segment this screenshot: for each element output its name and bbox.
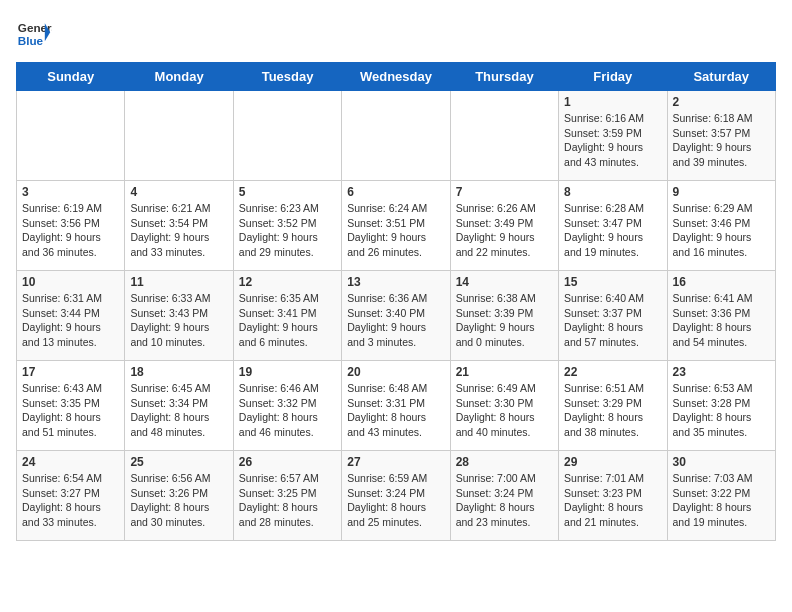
day-info: Sunrise: 6:35 AM: [239, 291, 336, 306]
day-info: Sunrise: 7:00 AM: [456, 471, 553, 486]
day-number: 1: [564, 95, 661, 109]
day-info: Sunrise: 6:31 AM: [22, 291, 119, 306]
day-info: Daylight: 8 hours and 28 minutes.: [239, 500, 336, 529]
day-info: Sunset: 3:28 PM: [673, 396, 770, 411]
day-number: 27: [347, 455, 444, 469]
calendar-cell-5: 5Sunrise: 6:23 AMSunset: 3:52 PMDaylight…: [233, 181, 341, 271]
day-info: Sunrise: 6:41 AM: [673, 291, 770, 306]
day-header-wednesday: Wednesday: [342, 63, 450, 91]
calendar-cell-8: 8Sunrise: 6:28 AMSunset: 3:47 PMDaylight…: [559, 181, 667, 271]
day-header-thursday: Thursday: [450, 63, 558, 91]
calendar-cell-empty: [450, 91, 558, 181]
day-number: 5: [239, 185, 336, 199]
day-info: Sunrise: 6:38 AM: [456, 291, 553, 306]
day-info: Sunset: 3:31 PM: [347, 396, 444, 411]
day-info: Sunset: 3:47 PM: [564, 216, 661, 231]
calendar-cell-28: 28Sunrise: 7:00 AMSunset: 3:24 PMDayligh…: [450, 451, 558, 541]
calendar-cell-empty: [233, 91, 341, 181]
calendar-cell-19: 19Sunrise: 6:46 AMSunset: 3:32 PMDayligh…: [233, 361, 341, 451]
calendar-cell-21: 21Sunrise: 6:49 AMSunset: 3:30 PMDayligh…: [450, 361, 558, 451]
day-number: 6: [347, 185, 444, 199]
day-info: Daylight: 9 hours and 19 minutes.: [564, 230, 661, 259]
day-info: Sunset: 3:52 PM: [239, 216, 336, 231]
day-info: Daylight: 8 hours and 19 minutes.: [673, 500, 770, 529]
day-number: 8: [564, 185, 661, 199]
day-info: Sunset: 3:57 PM: [673, 126, 770, 141]
day-info: Sunrise: 6:40 AM: [564, 291, 661, 306]
calendar-table: SundayMondayTuesdayWednesdayThursdayFrid…: [16, 62, 776, 541]
day-number: 10: [22, 275, 119, 289]
calendar-cell-30: 30Sunrise: 7:03 AMSunset: 3:22 PMDayligh…: [667, 451, 775, 541]
day-number: 20: [347, 365, 444, 379]
day-info: Sunrise: 6:28 AM: [564, 201, 661, 216]
calendar-cell-empty: [342, 91, 450, 181]
day-info: Sunrise: 6:43 AM: [22, 381, 119, 396]
day-info: Sunset: 3:32 PM: [239, 396, 336, 411]
day-info: Daylight: 8 hours and 54 minutes.: [673, 320, 770, 349]
day-info: Daylight: 9 hours and 3 minutes.: [347, 320, 444, 349]
week-row-5: 24Sunrise: 6:54 AMSunset: 3:27 PMDayligh…: [17, 451, 776, 541]
day-info: Sunrise: 6:51 AM: [564, 381, 661, 396]
calendar-cell-18: 18Sunrise: 6:45 AMSunset: 3:34 PMDayligh…: [125, 361, 233, 451]
day-info: Sunrise: 6:59 AM: [347, 471, 444, 486]
week-row-1: 1Sunrise: 6:16 AMSunset: 3:59 PMDaylight…: [17, 91, 776, 181]
calendar-cell-17: 17Sunrise: 6:43 AMSunset: 3:35 PMDayligh…: [17, 361, 125, 451]
day-number: 21: [456, 365, 553, 379]
day-info: Sunset: 3:44 PM: [22, 306, 119, 321]
day-info: Sunrise: 6:56 AM: [130, 471, 227, 486]
day-header-row: SundayMondayTuesdayWednesdayThursdayFrid…: [17, 63, 776, 91]
calendar-cell-15: 15Sunrise: 6:40 AMSunset: 3:37 PMDayligh…: [559, 271, 667, 361]
day-info: Sunrise: 6:24 AM: [347, 201, 444, 216]
day-info: Sunrise: 7:01 AM: [564, 471, 661, 486]
calendar-cell-25: 25Sunrise: 6:56 AMSunset: 3:26 PMDayligh…: [125, 451, 233, 541]
day-info: Sunrise: 6:29 AM: [673, 201, 770, 216]
day-number: 17: [22, 365, 119, 379]
logo-icon: General Blue: [16, 16, 52, 52]
calendar-cell-22: 22Sunrise: 6:51 AMSunset: 3:29 PMDayligh…: [559, 361, 667, 451]
day-info: Daylight: 9 hours and 39 minutes.: [673, 140, 770, 169]
day-info: Sunset: 3:46 PM: [673, 216, 770, 231]
day-header-sunday: Sunday: [17, 63, 125, 91]
day-info: Sunrise: 6:36 AM: [347, 291, 444, 306]
day-info: Sunrise: 6:46 AM: [239, 381, 336, 396]
day-info: Sunrise: 6:45 AM: [130, 381, 227, 396]
calendar-cell-empty: [125, 91, 233, 181]
day-info: Sunset: 3:43 PM: [130, 306, 227, 321]
day-number: 26: [239, 455, 336, 469]
calendar-cell-20: 20Sunrise: 6:48 AMSunset: 3:31 PMDayligh…: [342, 361, 450, 451]
day-info: Sunrise: 6:18 AM: [673, 111, 770, 126]
calendar-cell-3: 3Sunrise: 6:19 AMSunset: 3:56 PMDaylight…: [17, 181, 125, 271]
day-info: Daylight: 8 hours and 25 minutes.: [347, 500, 444, 529]
day-info: Sunset: 3:30 PM: [456, 396, 553, 411]
day-number: 2: [673, 95, 770, 109]
calendar-cell-11: 11Sunrise: 6:33 AMSunset: 3:43 PMDayligh…: [125, 271, 233, 361]
day-number: 15: [564, 275, 661, 289]
day-number: 29: [564, 455, 661, 469]
day-number: 24: [22, 455, 119, 469]
day-info: Daylight: 8 hours and 33 minutes.: [22, 500, 119, 529]
day-info: Sunset: 3:27 PM: [22, 486, 119, 501]
day-info: Sunset: 3:51 PM: [347, 216, 444, 231]
day-info: Sunrise: 7:03 AM: [673, 471, 770, 486]
calendar-cell-10: 10Sunrise: 6:31 AMSunset: 3:44 PMDayligh…: [17, 271, 125, 361]
day-info: Daylight: 9 hours and 43 minutes.: [564, 140, 661, 169]
day-number: 13: [347, 275, 444, 289]
day-info: Daylight: 8 hours and 21 minutes.: [564, 500, 661, 529]
calendar-cell-9: 9Sunrise: 6:29 AMSunset: 3:46 PMDaylight…: [667, 181, 775, 271]
day-info: Daylight: 8 hours and 30 minutes.: [130, 500, 227, 529]
day-info: Sunset: 3:37 PM: [564, 306, 661, 321]
day-number: 18: [130, 365, 227, 379]
day-header-friday: Friday: [559, 63, 667, 91]
day-info: Sunrise: 6:16 AM: [564, 111, 661, 126]
week-row-4: 17Sunrise: 6:43 AMSunset: 3:35 PMDayligh…: [17, 361, 776, 451]
day-info: Sunset: 3:54 PM: [130, 216, 227, 231]
calendar-cell-27: 27Sunrise: 6:59 AMSunset: 3:24 PMDayligh…: [342, 451, 450, 541]
day-info: Sunset: 3:39 PM: [456, 306, 553, 321]
day-info: Daylight: 9 hours and 26 minutes.: [347, 230, 444, 259]
day-info: Sunset: 3:36 PM: [673, 306, 770, 321]
day-info: Daylight: 8 hours and 40 minutes.: [456, 410, 553, 439]
calendar-cell-24: 24Sunrise: 6:54 AMSunset: 3:27 PMDayligh…: [17, 451, 125, 541]
calendar-cell-4: 4Sunrise: 6:21 AMSunset: 3:54 PMDaylight…: [125, 181, 233, 271]
calendar-cell-16: 16Sunrise: 6:41 AMSunset: 3:36 PMDayligh…: [667, 271, 775, 361]
day-info: Daylight: 8 hours and 48 minutes.: [130, 410, 227, 439]
